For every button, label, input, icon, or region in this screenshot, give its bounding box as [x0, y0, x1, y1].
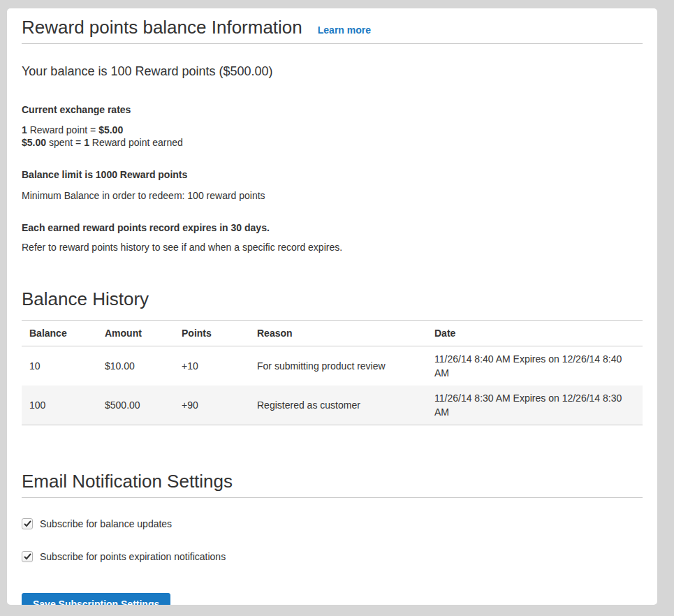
- cell-date: 11/26/14 8:30 AM Expires on 12/26/14 8:3…: [427, 386, 643, 425]
- cell-points: +10: [174, 346, 249, 386]
- subscribe-balance-updates-field: Subscribe for balance updates: [22, 517, 643, 531]
- table-header-row: Balance Amount Points Reason Date: [22, 321, 643, 346]
- balance-history-heading: Balance History: [22, 288, 643, 310]
- subscribe-expiration-notifications-checkbox[interactable]: [22, 551, 33, 562]
- subscribe-balance-updates-label[interactable]: Subscribe for balance updates: [40, 517, 172, 531]
- subscribe-balance-updates-checkbox[interactable]: [22, 518, 33, 529]
- page-title: Reward points balance Information: [22, 17, 302, 38]
- subscribe-expiration-notifications-field: Subscribe for points expiration notifica…: [22, 550, 643, 564]
- rate-line-points-to-currency: 1 Reward point = $5.00: [22, 124, 123, 135]
- cell-date: 11/26/14 8:40 AM Expires on 12/26/14 8:4…: [427, 346, 643, 386]
- column-header-balance: Balance: [22, 321, 97, 346]
- cell-reason: For submitting product review: [249, 346, 427, 386]
- save-subscription-settings-button[interactable]: Save Subscription Settings: [22, 593, 170, 605]
- cell-amount: $500.00: [97, 386, 174, 425]
- check-icon: [24, 520, 31, 527]
- expiration-rule-text: Each earned reward points record expires…: [22, 222, 643, 233]
- balance-summary: Your balance is 100 Reward points ($500.…: [22, 63, 643, 80]
- cell-points: +90: [174, 386, 249, 425]
- learn-more-link[interactable]: Learn more: [318, 24, 371, 36]
- column-header-date: Date: [427, 321, 643, 346]
- rate-line-currency-to-points: $5.00 spent = 1 Reward point earned: [22, 137, 183, 148]
- balance-history-table: Balance Amount Points Reason Date 10 $10…: [22, 320, 643, 425]
- min-balance-text: Minimum Balance in order to redeem: 100 …: [22, 190, 643, 201]
- exchange-rates-lines: 1 Reward point = $5.00 $5.00 spent = 1 R…: [22, 124, 643, 149]
- cell-amount: $10.00: [97, 346, 174, 386]
- subscribe-expiration-notifications-label[interactable]: Subscribe for points expiration notifica…: [40, 550, 226, 564]
- email-settings-header: Email Notification Settings: [22, 471, 643, 498]
- cell-balance: 100: [22, 386, 97, 425]
- column-header-points: Points: [174, 321, 249, 346]
- exchange-rates-heading: Current exchange rates: [22, 104, 643, 115]
- cell-reason: Registered as customer: [249, 386, 427, 425]
- page-header: Reward points balance Information Learn …: [22, 17, 643, 44]
- table-row: 100 $500.00 +90 Registered as customer 1…: [22, 386, 643, 425]
- column-header-reason: Reason: [249, 321, 427, 346]
- balance-limit-text: Balance limit is 1000 Reward points: [22, 169, 643, 180]
- table-row: 10 $10.00 +10 For submitting product rev…: [22, 346, 643, 386]
- email-settings-heading: Email Notification Settings: [22, 471, 643, 492]
- check-icon: [24, 553, 31, 560]
- cell-balance: 10: [22, 346, 97, 386]
- column-header-amount: Amount: [97, 321, 174, 346]
- expiration-note-text: Refer to reward points history to see if…: [22, 242, 643, 253]
- reward-points-card: Reward points balance Information Learn …: [7, 8, 657, 605]
